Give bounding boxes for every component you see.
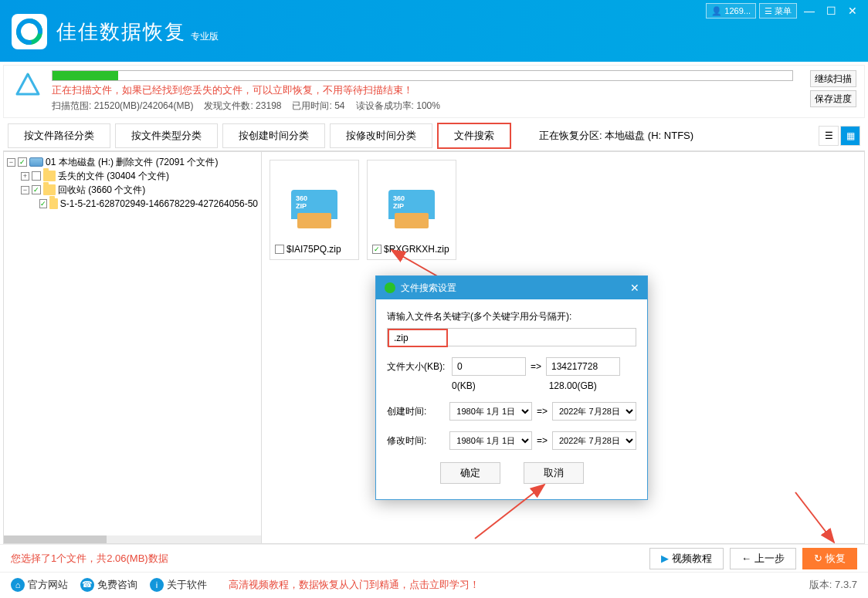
save-progress-button[interactable]: 保存进度 xyxy=(810,90,856,107)
continue-scan-button[interactable]: 继续扫描 xyxy=(810,70,856,87)
previous-button[interactable]: ←上一步 xyxy=(730,548,796,569)
folder-icon xyxy=(43,184,56,195)
tree-checkbox[interactable]: ✓ xyxy=(18,157,27,167)
footer-bar: 您选择了1个文件，共2.06(MB)数据 ▶视频教程 ←上一步 ↻恢复 xyxy=(0,544,868,572)
tab-by-path[interactable]: 按文件路径分类 xyxy=(8,123,110,148)
tab-file-search[interactable]: 文件搜索 xyxy=(437,123,511,149)
file-checkbox[interactable] xyxy=(275,245,284,254)
scan-message: 正在扫描文件，如果已经找到您丢失的文件，可以立即恢复，不用等待扫描结束！ xyxy=(52,83,810,97)
svg-point-2 xyxy=(385,282,395,293)
size-from-hint: 0(KB) xyxy=(452,380,476,391)
version-label: 版本: 7.3.7 xyxy=(809,578,857,592)
tree-node[interactable]: S-1-5-21-628702949-146678229-427264056-5… xyxy=(60,198,258,209)
app-subtitle: 专业版 xyxy=(191,30,219,49)
selection-info: 您选择了1个文件，共2.06(MB)数据 xyxy=(11,552,168,566)
create-from-date[interactable]: 1980年 1月 1日 xyxy=(449,402,532,421)
file-name: $IAI75PQ.zip xyxy=(287,244,354,255)
modify-to-date[interactable]: 2022年 7月28日 xyxy=(552,431,636,450)
tree-expand-icon[interactable]: + xyxy=(21,172,29,181)
file-checkbox[interactable]: ✓ xyxy=(372,245,381,254)
keyword-label: 请输入文件名关键字(多个关键字用分号隔开): xyxy=(387,310,636,323)
dialog-close-button[interactable]: ✕ xyxy=(630,282,639,294)
file-name: $RXGRKXH.zip xyxy=(384,244,451,255)
app-logo-icon xyxy=(12,14,47,49)
dialog-title: 文件搜索设置 xyxy=(401,282,456,295)
scan-status-bar: 正在扫描文件，如果已经找到您丢失的文件，可以立即恢复，不用等待扫描结束！ 扫描范… xyxy=(3,65,865,118)
tabs-row: 按文件路径分类 按文件类型分类 按创建时间分类 按修改时间分类 文件搜索 正在恢… xyxy=(0,121,868,150)
zip-file-icon: 360ZIP xyxy=(291,190,337,228)
tree-node[interactable]: 回收站 (3660 个文件) xyxy=(58,184,145,197)
tree-checkbox[interactable] xyxy=(32,171,41,181)
tree-checkbox[interactable]: ✓ xyxy=(32,185,41,194)
tree-node[interactable]: 丢失的文件 (30404 个文件) xyxy=(58,170,169,183)
create-time-label: 创建时间: xyxy=(387,405,445,418)
dialog-titlebar[interactable]: 文件搜索设置 ✕ xyxy=(376,276,647,299)
arrow-icon: => xyxy=(531,361,541,372)
modify-time-label: 修改时间: xyxy=(387,434,445,448)
dialog-icon xyxy=(384,282,396,294)
create-to-date[interactable]: 2022年 7月28日 xyxy=(552,402,636,421)
recover-button[interactable]: ↻恢复 xyxy=(802,548,857,569)
drive-icon xyxy=(29,157,43,167)
official-site-link[interactable]: ⌂官方网站 xyxy=(11,578,68,592)
tree-collapse-icon[interactable]: − xyxy=(7,158,15,167)
keyword-input-rest[interactable] xyxy=(448,329,636,346)
chat-icon: ☎ xyxy=(80,578,94,592)
tab-by-create-time[interactable]: 按创建时间分类 xyxy=(222,123,325,148)
folder-icon xyxy=(49,198,58,209)
video-tutorial-button[interactable]: ▶视频教程 xyxy=(649,548,724,569)
zip-file-icon: 360ZIP xyxy=(388,190,435,228)
file-item[interactable]: 360ZIP ✓$RXGRKXH.zip xyxy=(367,160,456,260)
size-label: 文件大小(KB): xyxy=(387,360,447,373)
size-to-hint: 128.00(GB) xyxy=(549,380,597,391)
ok-button[interactable]: 确定 xyxy=(440,462,500,484)
tree-checkbox[interactable]: ✓ xyxy=(39,199,47,208)
file-tree-panel[interactable]: −✓01 本地磁盘 (H:) 删除文件 (72091 个文件) +丢失的文件 (… xyxy=(3,151,262,544)
menu-button[interactable]: ☰菜单 xyxy=(759,3,797,19)
app-header: 👤1269... ☰菜单 — ☐ ✕ 佳佳数据恢复 专业版 xyxy=(0,0,868,62)
horizontal-scrollbar[interactable] xyxy=(4,535,261,543)
scan-progress xyxy=(52,70,793,81)
list-view-button[interactable]: ☰ xyxy=(819,126,839,146)
promo-link[interactable]: 高清视频教程，数据恢复从入门到精通，点击立即学习！ xyxy=(229,578,480,592)
partition-info: 正在恢复分区: 本地磁盘 (H: NTFS) xyxy=(539,129,693,143)
scan-icon xyxy=(12,70,44,103)
arrow-icon: => xyxy=(537,406,548,417)
bottom-bar: ⌂官方网站 ☎免费咨询 i关于软件 高清视频教程，数据恢复从入门到精通，点击立即… xyxy=(0,572,868,596)
arrow-icon: => xyxy=(537,435,548,446)
keyword-input[interactable] xyxy=(389,330,446,346)
info-icon: i xyxy=(150,578,164,592)
app-title: 佳佳数据恢复 xyxy=(56,19,186,46)
tab-by-modify-time[interactable]: 按修改时间分类 xyxy=(330,123,432,148)
close-button[interactable]: ✕ xyxy=(843,3,862,19)
minimize-button[interactable]: — xyxy=(800,3,819,19)
grid-view-button[interactable]: ▦ xyxy=(840,126,860,146)
scan-stats: 扫描范围: 21520(MB)/242064(MB) 发现文件数: 23198 … xyxy=(52,100,810,113)
tab-by-type[interactable]: 按文件类型分类 xyxy=(115,123,218,148)
tree-node[interactable]: 01 本地磁盘 (H:) 删除文件 (72091 个文件) xyxy=(46,156,218,169)
user-button[interactable]: 👤1269... xyxy=(706,3,756,19)
about-link[interactable]: i关于软件 xyxy=(150,578,207,592)
file-item[interactable]: 360ZIP $IAI75PQ.zip xyxy=(270,160,359,260)
search-settings-dialog: 文件搜索设置 ✕ 请输入文件名关键字(多个关键字用分号隔开): 文件大小(KB)… xyxy=(375,275,648,500)
tree-collapse-icon[interactable]: − xyxy=(21,186,29,194)
cancel-button[interactable]: 取消 xyxy=(524,462,584,484)
size-from-input[interactable] xyxy=(452,357,526,376)
folder-icon xyxy=(43,171,56,181)
free-consult-link[interactable]: ☎免费咨询 xyxy=(80,578,137,592)
maximize-button[interactable]: ☐ xyxy=(822,3,840,19)
size-to-input[interactable] xyxy=(546,357,620,376)
home-icon: ⌂ xyxy=(11,578,25,592)
modify-from-date[interactable]: 1980年 1月 1日 xyxy=(449,431,532,450)
